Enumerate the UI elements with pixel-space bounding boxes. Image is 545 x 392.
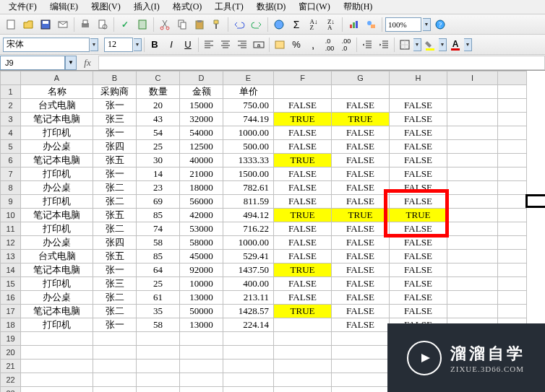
- decrease-indent-icon[interactable]: [359, 37, 375, 53]
- cell[interactable]: [223, 373, 274, 387]
- name-box[interactable]: J9: [0, 56, 65, 70]
- cell[interactable]: 笔记本电脑: [21, 154, 93, 167]
- cell[interactable]: [93, 332, 137, 346]
- cell[interactable]: FALSE: [332, 305, 390, 318]
- cell[interactable]: 85: [137, 209, 180, 222]
- col-header[interactable]: H: [390, 71, 447, 85]
- cell[interactable]: FALSE: [390, 167, 447, 181]
- cell[interactable]: [137, 360, 180, 373]
- cell[interactable]: FALSE: [332, 126, 390, 140]
- cell[interactable]: 笔记本电脑: [21, 209, 93, 222]
- fx-icon[interactable]: fx: [77, 57, 98, 69]
- cell[interactable]: 30: [137, 154, 180, 167]
- cell[interactable]: [21, 373, 93, 387]
- cell[interactable]: TRUE: [390, 209, 447, 222]
- cell[interactable]: [137, 346, 180, 360]
- cell[interactable]: 25: [137, 140, 180, 154]
- merge-center-icon[interactable]: a: [251, 37, 267, 53]
- cell[interactable]: 1333.33: [223, 154, 274, 167]
- col-header[interactable]: B: [93, 71, 137, 85]
- cut-icon[interactable]: [157, 17, 173, 32]
- cell[interactable]: [180, 387, 223, 393]
- row-header[interactable]: 7: [1, 167, 21, 181]
- cell[interactable]: 金额: [180, 85, 223, 99]
- cell[interactable]: [332, 373, 390, 387]
- cell[interactable]: 13000: [180, 291, 223, 305]
- print-icon[interactable]: [77, 17, 93, 32]
- cell[interactable]: TRUE: [274, 113, 332, 126]
- cell[interactable]: [447, 195, 498, 209]
- cell[interactable]: [498, 250, 527, 263]
- cell[interactable]: 1000.00: [223, 126, 274, 140]
- cell[interactable]: [274, 373, 332, 387]
- cell[interactable]: FALSE: [274, 181, 332, 195]
- cell[interactable]: FALSE: [390, 236, 447, 250]
- cell[interactable]: 61: [137, 291, 180, 305]
- cell[interactable]: [498, 209, 527, 222]
- cell[interactable]: 打印机: [21, 222, 93, 236]
- comma-icon[interactable]: ,: [305, 37, 321, 53]
- increase-decimal-icon[interactable]: .0.00: [322, 37, 338, 53]
- cell[interactable]: [498, 154, 527, 167]
- cell[interactable]: 50000: [180, 305, 223, 318]
- cell[interactable]: 85: [137, 250, 180, 263]
- cell[interactable]: FALSE: [390, 250, 447, 263]
- cell[interactable]: [332, 346, 390, 360]
- new-icon[interactable]: [3, 17, 19, 32]
- menu-data[interactable]: 数据(D): [251, 0, 292, 14]
- cell[interactable]: 打印机: [21, 126, 93, 140]
- menu-view[interactable]: 视图(V): [85, 0, 126, 14]
- cell[interactable]: FALSE: [390, 181, 447, 195]
- cell[interactable]: [447, 140, 498, 154]
- row-header[interactable]: 16: [1, 291, 21, 305]
- menu-insert[interactable]: 插入(I): [128, 0, 166, 14]
- borders-icon[interactable]: [397, 37, 413, 53]
- cell[interactable]: 74: [137, 222, 180, 236]
- row-header[interactable]: 13: [1, 250, 21, 263]
- decrease-decimal-icon[interactable]: .00.0: [338, 37, 354, 53]
- cell[interactable]: FALSE: [332, 236, 390, 250]
- cell[interactable]: 张五: [93, 250, 137, 263]
- cell[interactable]: [447, 154, 498, 167]
- cell[interactable]: [332, 360, 390, 373]
- spelling-icon[interactable]: ✓: [117, 17, 133, 32]
- hyperlink-icon[interactable]: [271, 17, 287, 32]
- cell[interactable]: 张二: [93, 305, 137, 318]
- cell[interactable]: FALSE: [390, 99, 447, 113]
- cell[interactable]: 43: [137, 113, 180, 126]
- cell[interactable]: FALSE: [332, 222, 390, 236]
- autosum-icon[interactable]: Σ: [288, 17, 304, 32]
- print-preview-icon[interactable]: [95, 17, 111, 32]
- cell[interactable]: 1428.57: [223, 305, 274, 318]
- cell[interactable]: [21, 332, 93, 346]
- cell[interactable]: [137, 373, 180, 387]
- cell[interactable]: [447, 209, 498, 222]
- cell[interactable]: [498, 113, 527, 126]
- cell[interactable]: 名称: [21, 85, 93, 99]
- cell[interactable]: [447, 113, 498, 126]
- cell[interactable]: [447, 263, 498, 277]
- cell[interactable]: 张三: [93, 277, 137, 291]
- row-header[interactable]: 8: [1, 181, 21, 195]
- cell[interactable]: 21000: [180, 167, 223, 181]
- cell[interactable]: [498, 305, 527, 318]
- cell[interactable]: [21, 346, 93, 360]
- cell[interactable]: 打印机: [21, 277, 93, 291]
- cell[interactable]: [274, 346, 332, 360]
- cell[interactable]: [274, 332, 332, 346]
- cell[interactable]: 500.00: [223, 140, 274, 154]
- cell[interactable]: 54000: [180, 126, 223, 140]
- cell[interactable]: [332, 387, 390, 393]
- cell[interactable]: [498, 99, 527, 113]
- save-icon[interactable]: [38, 17, 53, 32]
- row-header[interactable]: 10: [1, 209, 21, 222]
- open-icon[interactable]: [20, 17, 36, 32]
- font-size-input[interactable]: 12: [104, 38, 133, 52]
- cell[interactable]: [223, 387, 274, 393]
- chart-icon[interactable]: [346, 17, 361, 32]
- cell[interactable]: [498, 277, 527, 291]
- align-right-icon[interactable]: [234, 37, 250, 53]
- fill-color-dropdown-icon[interactable]: ▼: [439, 38, 447, 51]
- cell[interactable]: 1500.00: [223, 167, 274, 181]
- cell[interactable]: [390, 85, 447, 99]
